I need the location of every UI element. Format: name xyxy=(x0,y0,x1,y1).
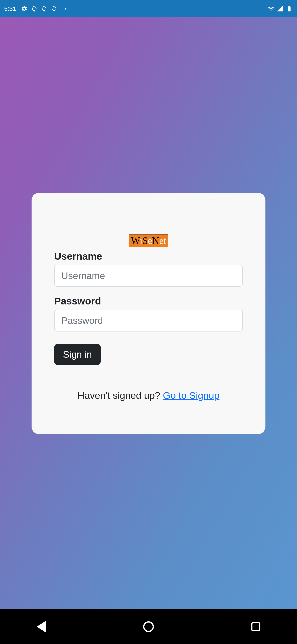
status-left: 5:31 xyxy=(4,5,66,12)
login-card: WiSeNet Username Password Sign in Haven'… xyxy=(31,193,266,434)
battery-icon xyxy=(286,5,293,12)
recent-icon xyxy=(251,622,260,631)
home-icon xyxy=(143,621,154,632)
recent-apps-button[interactable] xyxy=(239,618,256,635)
signin-button[interactable]: Sign in xyxy=(54,344,101,365)
signal-icon xyxy=(276,5,284,12)
wifi-icon xyxy=(267,5,275,12)
username-input[interactable] xyxy=(54,265,243,287)
logo-container: WiSeNet xyxy=(54,234,243,247)
app-logo: WiSeNet xyxy=(129,234,168,247)
home-button[interactable] xyxy=(140,618,157,635)
main-content: WiSeNet Username Password Sign in Haven'… xyxy=(0,17,297,609)
back-icon xyxy=(37,621,46,632)
sync-icon-3 xyxy=(51,5,57,12)
password-label: Password xyxy=(54,295,243,307)
username-group: Username xyxy=(54,250,243,287)
navigation-bar xyxy=(0,609,297,644)
status-bar: 5:31 xyxy=(0,0,297,17)
signup-link[interactable]: Go to Signup xyxy=(163,390,220,401)
password-input[interactable] xyxy=(54,310,243,332)
status-time: 5:31 xyxy=(4,5,16,12)
dot-icon xyxy=(65,8,66,10)
signup-text: Haven't signed up? xyxy=(77,390,163,401)
status-right xyxy=(267,5,293,12)
username-label: Username xyxy=(54,250,243,262)
sync-icon-1 xyxy=(31,5,37,12)
signup-prompt: Haven't signed up? Go to Signup xyxy=(54,390,243,401)
status-icons-group xyxy=(21,5,66,12)
back-button[interactable] xyxy=(41,618,58,635)
password-group: Password xyxy=(54,295,243,332)
sync-icon-2 xyxy=(41,5,47,12)
gear-icon xyxy=(21,5,28,12)
